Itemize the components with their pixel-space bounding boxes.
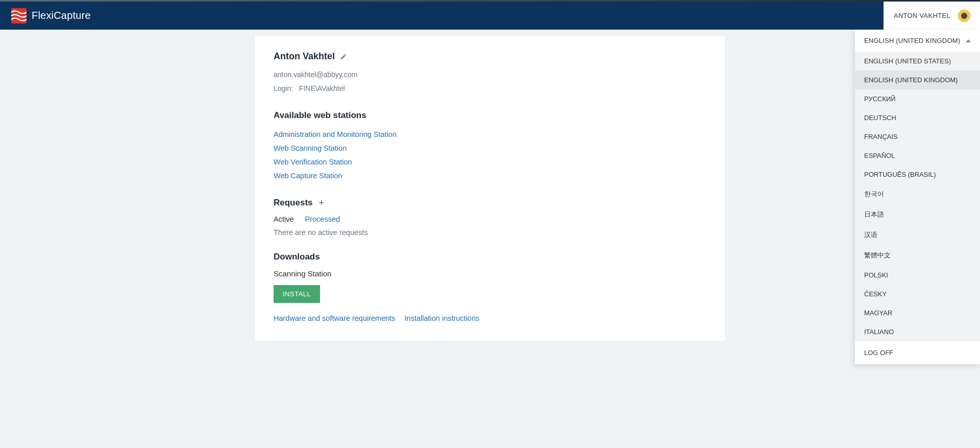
requests-tabs: Active Processed <box>274 215 706 223</box>
current-language-label: ENGLISH (UNITED KINGDOM) <box>864 37 960 44</box>
language-option[interactable]: MAGYAR <box>855 303 980 322</box>
language-option[interactable]: POLSKI <box>855 266 980 285</box>
language-option[interactable]: DEUTSCH <box>855 108 980 127</box>
station-link[interactable]: Administration and Monitoring Station <box>274 128 706 142</box>
header-user-name: ANTON VAKHTEL <box>894 12 950 19</box>
requests-title-row: Requests + <box>274 198 706 208</box>
avatar-icon <box>958 9 971 22</box>
language-option[interactable]: 繁體中文 <box>855 245 980 266</box>
product-name: FlexiCapture <box>32 10 91 21</box>
download-links: Hardware and software requirements Insta… <box>274 314 706 322</box>
login-value: FINE\AVakhtel <box>299 84 345 92</box>
language-dropdown-header[interactable]: ENGLISH (UNITED KINGDOM) <box>855 30 980 52</box>
logoff-button[interactable]: LOG OFF <box>855 341 980 364</box>
station-link[interactable]: Web Capture Station <box>274 169 706 183</box>
install-instructions-link[interactable]: Installation instructions <box>405 314 480 322</box>
install-button[interactable]: INSTALL <box>274 285 320 303</box>
language-option[interactable]: ČESKY <box>855 285 980 303</box>
downloads-subtitle: Scanning Station <box>274 269 706 278</box>
main-card: Anton Vakhtel anton.vakhtel@abbyy.com Lo… <box>255 36 725 341</box>
station-link[interactable]: Web Verification Station <box>274 155 706 169</box>
app-header: FlexiCapture ANTON VAKHTEL <box>0 2 980 30</box>
tab-active-requests[interactable]: Active <box>274 215 294 223</box>
stations-list: Administration and Monitoring Station We… <box>274 128 706 182</box>
language-option[interactable]: РУССКИЙ <box>855 89 980 108</box>
add-request-icon[interactable]: + <box>319 198 325 207</box>
chevron-up-icon <box>966 39 971 42</box>
requests-title: Requests <box>274 198 313 208</box>
language-option[interactable]: PORTUGUÊS (BRASIL) <box>855 165 980 184</box>
station-link[interactable]: Web Scanning Station <box>274 142 706 155</box>
language-option[interactable]: 日本語 <box>855 204 980 225</box>
hw-requirements-link[interactable]: Hardware and software requirements <box>274 314 396 322</box>
language-option[interactable]: ENGLISH (UNITED KINGDOM) <box>855 70 980 89</box>
language-list: ENGLISH (UNITED STATES)ENGLISH (UNITED K… <box>855 52 980 341</box>
language-option[interactable]: ENGLISH (UNITED STATES) <box>855 52 980 70</box>
language-option[interactable]: 한국어 <box>855 184 980 204</box>
user-email: anton.vakhtel@abbyy.com <box>274 68 706 82</box>
tab-processed-requests[interactable]: Processed <box>305 215 340 223</box>
content-wrap: Anton Vakhtel anton.vakhtel@abbyy.com Lo… <box>0 30 980 361</box>
stations-title: Available web stations <box>274 110 706 121</box>
language-option[interactable]: FRANÇAIS <box>855 127 980 146</box>
language-option[interactable]: 汉语 <box>855 225 980 245</box>
header-user-area[interactable]: ANTON VAKHTEL <box>884 2 980 30</box>
downloads-title: Downloads <box>274 252 706 262</box>
language-option[interactable]: ITALIANO <box>855 322 980 341</box>
edit-user-icon[interactable] <box>340 53 347 60</box>
user-display-name: Anton Vakhtel <box>274 51 335 62</box>
login-label: Login: <box>274 84 293 92</box>
user-login-row: Login: FINE\AVakhtel <box>274 82 706 96</box>
language-option[interactable]: ESPAÑOL <box>855 146 980 165</box>
language-dropdown-panel: ENGLISH (UNITED KINGDOM) ENGLISH (UNITED… <box>855 30 980 364</box>
app-logo-icon <box>11 8 27 23</box>
requests-empty-note: There are no active requests <box>274 228 706 237</box>
